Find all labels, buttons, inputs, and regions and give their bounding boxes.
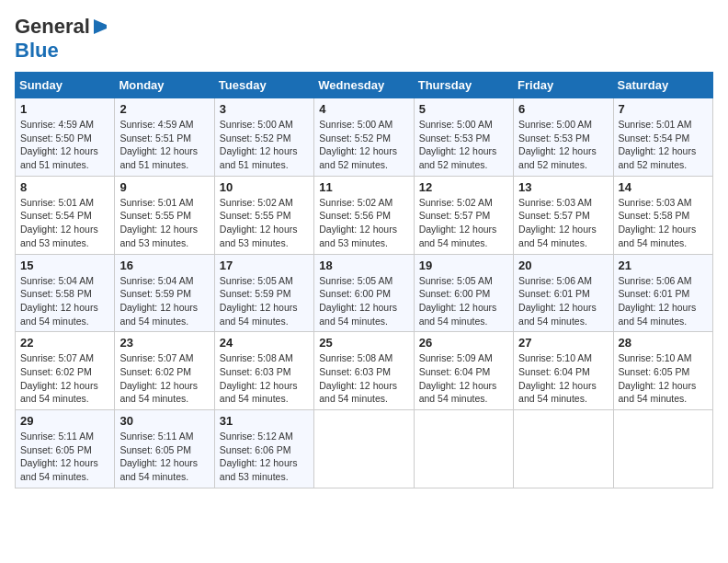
- day-number: 30: [119, 414, 209, 428]
- day-number: 15: [20, 259, 109, 272]
- day-cell-17: 17Sunrise: 5:05 AMSunset: 5:59 PMDayligh…: [214, 254, 313, 332]
- day-number: 24: [220, 336, 309, 350]
- day-number: 28: [619, 336, 708, 350]
- day-number: 6: [518, 102, 608, 116]
- day-header-saturday: Saturday: [613, 73, 712, 98]
- empty-cell: [314, 410, 414, 488]
- day-info: Sunrise: 5:04 AMSunset: 5:59 PMDaylight:…: [119, 274, 209, 328]
- day-info: Sunrise: 5:04 AMSunset: 5:58 PMDaylight:…: [20, 274, 109, 328]
- day-number: 17: [220, 259, 309, 272]
- day-info: Sunrise: 5:12 AMSunset: 6:06 PMDaylight:…: [220, 430, 309, 484]
- day-info: Sunrise: 5:01 AMSunset: 5:54 PMDaylight:…: [619, 118, 708, 172]
- day-info: Sunrise: 5:05 AMSunset: 6:00 PMDaylight:…: [319, 274, 408, 328]
- day-cell-11: 11Sunrise: 5:02 AMSunset: 5:56 PMDayligh…: [314, 176, 414, 254]
- day-number: 25: [319, 336, 408, 350]
- day-info: Sunrise: 5:11 AMSunset: 6:05 PMDaylight:…: [20, 430, 109, 484]
- day-number: 4: [319, 102, 408, 116]
- day-header-sunday: Sunday: [16, 73, 115, 98]
- day-cell-8: 8Sunrise: 5:01 AMSunset: 5:54 PMDaylight…: [16, 176, 115, 254]
- calendar-week-5: 29Sunrise: 5:11 AMSunset: 6:05 PMDayligh…: [16, 410, 713, 488]
- empty-cell: [514, 410, 613, 488]
- day-number: 1: [20, 102, 109, 116]
- day-number: 11: [319, 180, 408, 194]
- logo-general: General: [15, 15, 90, 39]
- calendar-week-3: 15Sunrise: 5:04 AMSunset: 5:58 PMDayligh…: [16, 254, 713, 332]
- calendar-body: 1Sunrise: 4:59 AMSunset: 5:50 PMDaylight…: [16, 98, 713, 488]
- day-cell-15: 15Sunrise: 5:04 AMSunset: 5:58 PMDayligh…: [16, 254, 115, 332]
- day-cell-23: 23Sunrise: 5:07 AMSunset: 6:02 PMDayligh…: [115, 332, 214, 410]
- day-cell-25: 25Sunrise: 5:08 AMSunset: 6:03 PMDayligh…: [314, 332, 414, 410]
- day-header-friday: Friday: [514, 73, 613, 98]
- day-cell-29: 29Sunrise: 5:11 AMSunset: 6:05 PMDayligh…: [16, 410, 115, 488]
- day-info: Sunrise: 5:03 AMSunset: 5:58 PMDaylight:…: [619, 196, 708, 250]
- day-cell-21: 21Sunrise: 5:06 AMSunset: 6:01 PMDayligh…: [613, 254, 712, 332]
- day-info: Sunrise: 5:00 AMSunset: 5:52 PMDaylight:…: [220, 118, 309, 172]
- day-info: Sunrise: 5:00 AMSunset: 5:52 PMDaylight:…: [319, 118, 408, 172]
- day-header-tuesday: Tuesday: [214, 73, 313, 98]
- day-number: 3: [220, 102, 309, 116]
- logo-blue: Blue: [15, 39, 59, 62]
- logo: General Blue: [15, 15, 108, 63]
- day-info: Sunrise: 5:03 AMSunset: 5:57 PMDaylight:…: [518, 196, 608, 250]
- svg-marker-0: [94, 19, 107, 34]
- day-info: Sunrise: 5:06 AMSunset: 6:01 PMDaylight:…: [518, 274, 608, 328]
- day-cell-6: 6Sunrise: 5:00 AMSunset: 5:53 PMDaylight…: [514, 98, 613, 177]
- calendar-week-4: 22Sunrise: 5:07 AMSunset: 6:02 PMDayligh…: [16, 332, 713, 410]
- day-header-monday: Monday: [115, 73, 214, 98]
- day-number: 21: [619, 259, 708, 272]
- day-header-wednesday: Wednesday: [314, 73, 414, 98]
- day-cell-26: 26Sunrise: 5:09 AMSunset: 6:04 PMDayligh…: [414, 332, 513, 410]
- day-info: Sunrise: 5:02 AMSunset: 5:55 PMDaylight:…: [220, 196, 309, 250]
- day-cell-30: 30Sunrise: 5:11 AMSunset: 6:05 PMDayligh…: [115, 410, 214, 488]
- day-cell-14: 14Sunrise: 5:03 AMSunset: 5:58 PMDayligh…: [613, 176, 712, 254]
- day-cell-9: 9Sunrise: 5:01 AMSunset: 5:55 PMDaylight…: [115, 176, 214, 254]
- calendar-week-1: 1Sunrise: 4:59 AMSunset: 5:50 PMDaylight…: [16, 98, 713, 177]
- day-info: Sunrise: 4:59 AMSunset: 5:51 PMDaylight:…: [119, 118, 209, 172]
- day-info: Sunrise: 5:00 AMSunset: 5:53 PMDaylight:…: [419, 118, 508, 172]
- day-number: 23: [119, 336, 209, 350]
- day-number: 19: [419, 259, 508, 272]
- day-info: Sunrise: 5:06 AMSunset: 6:01 PMDaylight:…: [619, 274, 708, 328]
- day-info: Sunrise: 5:09 AMSunset: 6:04 PMDaylight:…: [419, 351, 508, 406]
- day-cell-3: 3Sunrise: 5:00 AMSunset: 5:52 PMDaylight…: [214, 98, 313, 177]
- day-number: 26: [419, 336, 508, 350]
- day-cell-2: 2Sunrise: 4:59 AMSunset: 5:51 PMDaylight…: [115, 98, 214, 177]
- day-number: 2: [119, 102, 209, 116]
- day-cell-12: 12Sunrise: 5:02 AMSunset: 5:57 PMDayligh…: [414, 176, 513, 254]
- day-info: Sunrise: 5:02 AMSunset: 5:57 PMDaylight:…: [419, 196, 508, 250]
- logo-icon: [92, 17, 108, 36]
- day-cell-7: 7Sunrise: 5:01 AMSunset: 5:54 PMDaylight…: [613, 98, 712, 177]
- day-number: 8: [20, 180, 109, 194]
- empty-cell: [414, 410, 513, 488]
- day-cell-31: 31Sunrise: 5:12 AMSunset: 6:06 PMDayligh…: [214, 410, 313, 488]
- day-cell-19: 19Sunrise: 5:05 AMSunset: 6:00 PMDayligh…: [414, 254, 513, 332]
- day-info: Sunrise: 5:05 AMSunset: 6:00 PMDaylight:…: [419, 274, 508, 328]
- page-header: General Blue: [15, 15, 713, 63]
- day-cell-13: 13Sunrise: 5:03 AMSunset: 5:57 PMDayligh…: [514, 176, 613, 254]
- empty-cell: [613, 410, 712, 488]
- day-info: Sunrise: 5:05 AMSunset: 5:59 PMDaylight:…: [220, 274, 309, 328]
- day-info: Sunrise: 5:08 AMSunset: 6:03 PMDaylight:…: [319, 351, 408, 406]
- calendar-header-row: SundayMondayTuesdayWednesdayThursdayFrid…: [16, 73, 713, 98]
- day-header-thursday: Thursday: [414, 73, 513, 98]
- day-number: 7: [619, 102, 708, 116]
- day-number: 31: [220, 414, 309, 428]
- calendar-week-2: 8Sunrise: 5:01 AMSunset: 5:54 PMDaylight…: [16, 176, 713, 254]
- day-info: Sunrise: 5:10 AMSunset: 6:05 PMDaylight:…: [619, 351, 708, 406]
- day-cell-24: 24Sunrise: 5:08 AMSunset: 6:03 PMDayligh…: [214, 332, 313, 410]
- day-info: Sunrise: 5:00 AMSunset: 5:53 PMDaylight:…: [518, 118, 608, 172]
- day-info: Sunrise: 5:01 AMSunset: 5:54 PMDaylight:…: [20, 196, 109, 250]
- day-cell-16: 16Sunrise: 5:04 AMSunset: 5:59 PMDayligh…: [115, 254, 214, 332]
- day-info: Sunrise: 5:11 AMSunset: 6:05 PMDaylight:…: [119, 430, 209, 484]
- day-number: 27: [518, 336, 608, 350]
- day-cell-5: 5Sunrise: 5:00 AMSunset: 5:53 PMDaylight…: [414, 98, 513, 177]
- day-info: Sunrise: 5:08 AMSunset: 6:03 PMDaylight:…: [220, 351, 309, 406]
- day-info: Sunrise: 4:59 AMSunset: 5:50 PMDaylight:…: [20, 118, 109, 172]
- day-cell-22: 22Sunrise: 5:07 AMSunset: 6:02 PMDayligh…: [16, 332, 115, 410]
- day-cell-18: 18Sunrise: 5:05 AMSunset: 6:00 PMDayligh…: [314, 254, 414, 332]
- day-number: 10: [220, 180, 309, 194]
- day-number: 16: [119, 259, 209, 272]
- day-cell-28: 28Sunrise: 5:10 AMSunset: 6:05 PMDayligh…: [613, 332, 712, 410]
- day-info: Sunrise: 5:01 AMSunset: 5:55 PMDaylight:…: [119, 196, 209, 250]
- day-cell-1: 1Sunrise: 4:59 AMSunset: 5:50 PMDaylight…: [16, 98, 115, 177]
